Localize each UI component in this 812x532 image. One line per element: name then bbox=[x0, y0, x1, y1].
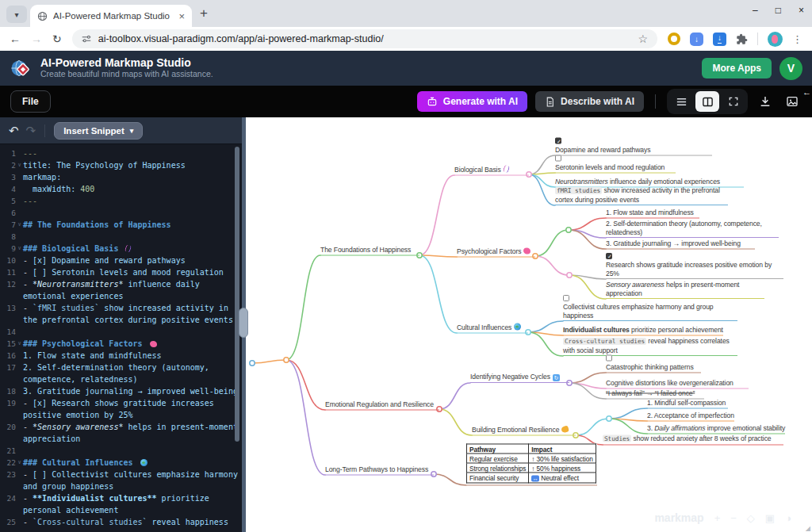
checkbox-unchecked[interactable] bbox=[555, 155, 561, 162]
node-circle[interactable] bbox=[250, 361, 255, 366]
theme-toggle-button[interactable]: ◑ bbox=[785, 512, 791, 524]
checkbox-unchecked[interactable] bbox=[606, 355, 612, 362]
download-button[interactable] bbox=[756, 95, 775, 108]
node-cross-cultural[interactable]: Cross-cultural studies reveal happiness … bbox=[563, 337, 737, 356]
extension-download-icon[interactable]: ↓ bbox=[690, 33, 703, 46]
line-number: 23 bbox=[2, 469, 16, 492]
zoom-out-button[interactable]: − bbox=[730, 512, 737, 524]
fold-icon[interactable]: ∨ bbox=[16, 159, 23, 171]
insert-snippet-button[interactable]: Insert Snippet ▾ bbox=[54, 122, 143, 140]
fit-view-button[interactable]: ◇ bbox=[747, 512, 755, 524]
describe-with-ai-button[interactable]: Describe with AI bbox=[535, 91, 644, 112]
fold-icon[interactable]: ∨ bbox=[16, 338, 23, 350]
fullscreen-view-button[interactable] bbox=[722, 91, 745, 112]
globe-favicon-icon bbox=[37, 11, 48, 21]
checkbox-checked[interactable] bbox=[555, 138, 561, 144]
url-text[interactable]: ai-toolbox.visual-paradigm.com/app/ai-po… bbox=[98, 33, 631, 44]
node-emotional-regulation[interactable]: Emotional Regulation and Resilience bbox=[325, 400, 439, 411]
node-catastrophic[interactable]: Catastrophic thinking patterns bbox=[606, 355, 701, 373]
back-icon[interactable]: ← bbox=[10, 33, 21, 44]
browser-menu-icon[interactable]: ⋮ bbox=[792, 33, 802, 45]
node-always-fail[interactable]: “I always fail” → “I failed once” bbox=[606, 389, 704, 400]
brain-icon bbox=[523, 248, 530, 255]
collapse-panel-icon[interactable]: ← bbox=[802, 87, 811, 97]
checkbox-unchecked[interactable] bbox=[563, 295, 569, 301]
node-fmri[interactable]: fMRI studies show increased activity in … bbox=[555, 186, 728, 205]
editor-view-button[interactable] bbox=[669, 91, 693, 112]
window-maximize-button[interactable]: □ bbox=[776, 5, 781, 16]
extension-ring-icon[interactable] bbox=[668, 33, 680, 45]
node-psychological-factors[interactable]: Psychological Factors bbox=[457, 247, 535, 258]
node-daily-affirmations[interactable]: 3. Daily affirmations improve emotional … bbox=[647, 424, 785, 434]
generate-with-ai-button[interactable]: Generate with AI bbox=[417, 91, 527, 112]
panel-resize-handle[interactable] bbox=[239, 308, 248, 338]
fold-icon[interactable]: ∨ bbox=[16, 219, 23, 231]
node-building-resilience[interactable]: Building Emotional Resilience bbox=[472, 426, 576, 436]
bookmark-star-icon[interactable]: ☆ bbox=[638, 33, 648, 45]
editor-line: 24- **Individualist cultures** prioritiz… bbox=[2, 492, 242, 516]
table-cell: ↑ 50% happiness bbox=[529, 463, 596, 473]
fold-icon[interactable]: ∨ bbox=[16, 457, 23, 469]
more-apps-button[interactable]: More Apps bbox=[702, 58, 772, 78]
file-menu-button[interactable]: File bbox=[10, 90, 51, 113]
node-acceptance[interactable]: 2. Acceptance of imperfection bbox=[647, 411, 734, 422]
window-close-button[interactable]: × bbox=[799, 5, 804, 16]
user-avatar[interactable]: V bbox=[779, 57, 802, 80]
node-circle[interactable] bbox=[284, 358, 289, 362]
table-cell: Regular exercise bbox=[467, 454, 529, 463]
markmap-logo: markmap bbox=[654, 511, 703, 524]
checkbox-checked[interactable] bbox=[606, 253, 612, 259]
window-minimize-button[interactable]: – bbox=[753, 5, 758, 16]
split-view-button[interactable] bbox=[695, 91, 719, 112]
browser-profile-avatar[interactable] bbox=[768, 32, 783, 47]
node-individualist[interactable]: Individualist cultures prioritize person… bbox=[563, 326, 723, 336]
node-identifying-negative-cycles[interactable]: Identifying Negative Cycles↻ bbox=[470, 373, 569, 383]
node-research-gratitude[interactable]: Research shows gratitude increases posit… bbox=[606, 253, 783, 279]
editor-line: 23- [ ] Collectivist cultures emphasize … bbox=[2, 469, 242, 492]
export-image-button[interactable] bbox=[783, 95, 802, 108]
editor-scrollbar[interactable] bbox=[235, 147, 239, 442]
forward-icon[interactable]: → bbox=[31, 33, 42, 44]
node-mindful-self-compassion[interactable]: 1. Mindful self-compassion bbox=[647, 399, 728, 409]
editor-line: 8 bbox=[2, 231, 242, 243]
fold-spacer bbox=[16, 397, 23, 421]
node-gratitude-journaling[interactable]: 3. Gratitude journaling → improved well-… bbox=[606, 239, 755, 250]
reload-icon[interactable]: ↻ bbox=[52, 33, 62, 44]
tab-close-icon[interactable]: × bbox=[178, 11, 185, 21]
extension-save-icon[interactable]: ↓ bbox=[713, 33, 726, 46]
zoom-in-button[interactable]: + bbox=[714, 512, 721, 524]
node-self-determination[interactable]: 2. Self-determination theory (autonomy, … bbox=[606, 220, 779, 238]
redo-button[interactable]: ↷ bbox=[26, 124, 36, 136]
node-cultural-influences[interactable]: Cultural Influences bbox=[457, 323, 528, 334]
node-circle[interactable] bbox=[567, 273, 572, 277]
node-foundations[interactable]: The Foundations of Happiness bbox=[320, 246, 419, 256]
code-text: maxWidth: 400 bbox=[23, 183, 240, 195]
extensions-puzzle-icon[interactable] bbox=[736, 33, 748, 45]
fold-spacer bbox=[16, 326, 23, 338]
node-dopamine[interactable]: Dopamine and reward pathways bbox=[555, 138, 712, 156]
node-pathways-table[interactable]: PathwayImpactRegular exercise↑ 30% life … bbox=[466, 444, 597, 486]
mindmap-canvas[interactable]: markmap + − ◇ ▣ ◑ The Foundations of Hap… bbox=[246, 117, 812, 532]
chevron-down-icon: ▾ bbox=[130, 127, 134, 135]
recenter-button[interactable]: ▣ bbox=[765, 512, 775, 524]
address-bar[interactable]: ai-toolbox.visual-paradigm.com/app/ai-po… bbox=[72, 29, 657, 48]
fold-spacer bbox=[16, 385, 23, 397]
browser-tab[interactable]: AI-Powered Markmap Studio × bbox=[30, 5, 192, 27]
tab-search-button[interactable]: ▾ bbox=[6, 6, 27, 23]
robot-icon bbox=[427, 96, 438, 107]
fold-icon[interactable]: ∨ bbox=[16, 243, 23, 255]
node-collectivist[interactable]: Collectivist cultures emphasize harmony … bbox=[563, 295, 737, 321]
node-flow-state[interactable]: 1. Flow state and mindfulness bbox=[606, 209, 699, 219]
node-studies-anxiety[interactable]: Studies show reduced anxiety after 8 wee… bbox=[603, 434, 783, 446]
node-cognitive-distortions[interactable]: Cognitive distortions like overgeneraliz… bbox=[606, 379, 749, 389]
node-circle[interactable] bbox=[566, 228, 571, 232]
editor-lines[interactable]: 1---2∨title: The Psychology of Happiness… bbox=[0, 144, 242, 528]
code-text bbox=[23, 231, 240, 243]
site-settings-icon[interactable] bbox=[82, 34, 91, 44]
node-serotonin[interactable]: Serotonin levels and mood regulation bbox=[555, 155, 676, 174]
node-biological-basis[interactable]: Biological Basis bbox=[454, 166, 529, 176]
undo-button[interactable]: ↶ bbox=[9, 124, 19, 136]
new-tab-button[interactable]: + bbox=[200, 6, 208, 21]
node-long-term[interactable]: Long-Term Pathways to Happiness bbox=[325, 465, 434, 476]
node-circle[interactable] bbox=[607, 416, 611, 421]
